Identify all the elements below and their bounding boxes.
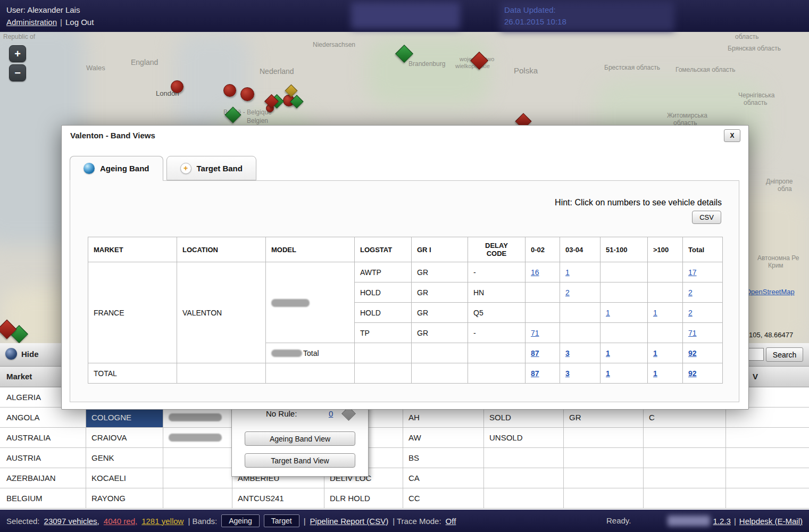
vehicle-count-link[interactable]: 1 [653,349,657,358]
location-cell[interactable]: KOCAELI [86,468,163,488]
market-cell: FRANCE [88,262,177,363]
target-band-button[interactable]: Target [264,514,299,527]
vehicle-count-link[interactable]: 17 [688,268,697,277]
trace-mode-label: | Trace Mode: [393,517,441,526]
vehicle-count-link[interactable]: 92 [688,369,697,378]
table-row[interactable]: BELGIUM RAYONG ANTCUS241 DLR HOLD CC [0,488,809,509]
vehicle-count-link[interactable]: 1 [653,369,657,378]
vehicle-count-link[interactable]: 1 [606,349,610,358]
name-cell: ANTCUS241 [232,488,324,508]
gr-cell [564,488,644,508]
selected-vehicles-link[interactable]: 23097 vehicles, [44,517,99,526]
vehicle-count-link[interactable]: 2 [688,288,693,297]
market-cell[interactable]: ANGOLA [0,408,86,427]
location-cell[interactable]: RAYONG [86,488,163,508]
tab-target-band[interactable]: + Target Band [166,156,256,180]
market-cell[interactable]: BELGIUM [0,488,86,508]
zoom-out-button[interactable]: − [9,64,26,81]
vehicle-count-link[interactable]: 2 [688,309,693,317]
delay-cell: HN [468,282,526,303]
trace-mode-toggle[interactable]: Off [446,517,456,526]
sold-cell: SOLD [484,408,564,427]
tab-ageing-band[interactable]: Ageing Band [70,156,163,181]
delay-cell: - [468,262,526,282]
map-marker-red-circle[interactable] [240,87,254,101]
ready-status: Ready. [606,516,631,525]
hide-button[interactable]: Hide [5,348,39,360]
close-button[interactable]: X [724,129,740,142]
redacted-model [271,350,302,357]
market-cell[interactable]: AUSTRALIA [0,428,86,447]
map-marker-red-circle[interactable] [223,84,236,97]
group-cell: CC [403,488,484,508]
band-views-dialog: Valenton - Band Views X Ageing Band + Ta… [61,125,749,410]
target-band-view-button[interactable]: Target Band View [245,453,355,468]
zoom-in-button[interactable]: + [9,45,26,62]
band1-cell [526,282,560,303]
col-header-band2: 03-04 [560,237,601,262]
vehicle-count-link[interactable]: 87 [531,369,539,378]
openstreetmap-link[interactable]: OpenStreetMap [746,288,795,296]
market-cell[interactable]: AZERBAIJAN [0,468,86,488]
total-cell: 2 [683,303,723,323]
tab-label: Ageing Band [100,164,149,173]
vehicle-count-link[interactable]: 87 [531,349,539,358]
band3-cell: 1 [601,303,648,323]
table-row[interactable]: AZERBAIJAN KOCAELI AMBERIEU DELIV LOC CA [0,468,809,488]
yellow-vehicles-link[interactable]: 1281 yellow [141,517,184,526]
band-tabs: Ageing Band + Target Band [70,156,256,181]
administration-link[interactable]: Administration [6,18,57,27]
vehicle-count-link[interactable]: 1 [606,369,610,378]
vehicle-count-link[interactable]: 71 [688,329,697,337]
delay-cell: - [468,323,526,343]
location-cell[interactable]: CRAIOVA [86,428,163,447]
vehicle-count-link[interactable]: 3 [565,349,570,358]
map-marker-red-circle[interactable] [171,80,184,93]
no-rule-count-link[interactable]: 0 [329,409,333,418]
helpdesk-link[interactable]: Helpdesk (E-Mail) [739,517,803,526]
delay-cell [468,343,526,363]
version-link[interactable]: 1.2.3 [713,517,731,526]
col-header-logstat: LOGSTAT [355,237,412,262]
vehicle-count-link[interactable]: 2 [565,288,570,297]
map-label: Niedersachsen [313,41,355,48]
map-label: Чернігівська [738,92,774,99]
table-row[interactable]: AUSTRIA GENK BS [0,448,809,468]
table-row: FRANCE VALENTON AWTP GR - 16 1 17 [88,262,723,282]
csv-export-button[interactable]: CSV [692,211,721,224]
c-cell [644,468,726,488]
vehicle-count-link[interactable]: 1 [565,268,570,277]
data-updated: Data Updated: 26.01.2015 10:18 [504,4,566,28]
col-header-location: LOCATION [177,237,266,262]
location-cell-selected[interactable]: COLOGNE [86,408,163,427]
model-cell [163,448,232,468]
location-cell[interactable]: GENK [86,448,163,468]
vehicle-count-link[interactable]: 16 [531,268,539,277]
vehicle-count-link[interactable]: 92 [688,349,697,358]
search-button[interactable]: Search [766,347,803,362]
band1-cell: 16 [526,262,560,282]
vehicle-count-link[interactable]: 1 [606,309,610,317]
vehicle-count-link[interactable]: 71 [531,329,539,337]
gri-cell: GR [412,282,468,303]
pipeline-report-link[interactable]: Pipeline Report (CSV) [310,517,389,526]
map-label: Polska [514,66,538,75]
red-vehicles-link[interactable]: 4040 red, [104,517,137,526]
ageing-band-button[interactable]: Ageing [221,514,260,527]
logout-link[interactable]: Log Out [65,18,94,27]
ageing-band-view-button[interactable]: Ageing Band View [245,431,355,446]
redacted-block [668,516,710,526]
separator: | [60,18,62,27]
table-row[interactable]: ANGOLA COLOGNE AH SOLD GR C [0,408,809,428]
band4-cell: 1 [648,363,683,384]
market-column-header: Market [6,372,32,381]
band2-cell [560,323,601,343]
band1-cell: 87 [526,343,560,363]
map-label: Brandenburg [408,60,445,68]
band3-cell [601,323,648,343]
vehicle-count-link[interactable]: 1 [653,309,657,317]
vehicle-count-link[interactable]: 3 [565,369,570,378]
table-row[interactable]: AUSTRALIA CRAIOVA AW UNSOLD [0,428,809,448]
logstat-cell: HOLD [355,282,412,303]
market-cell[interactable]: AUSTRIA [0,448,86,468]
